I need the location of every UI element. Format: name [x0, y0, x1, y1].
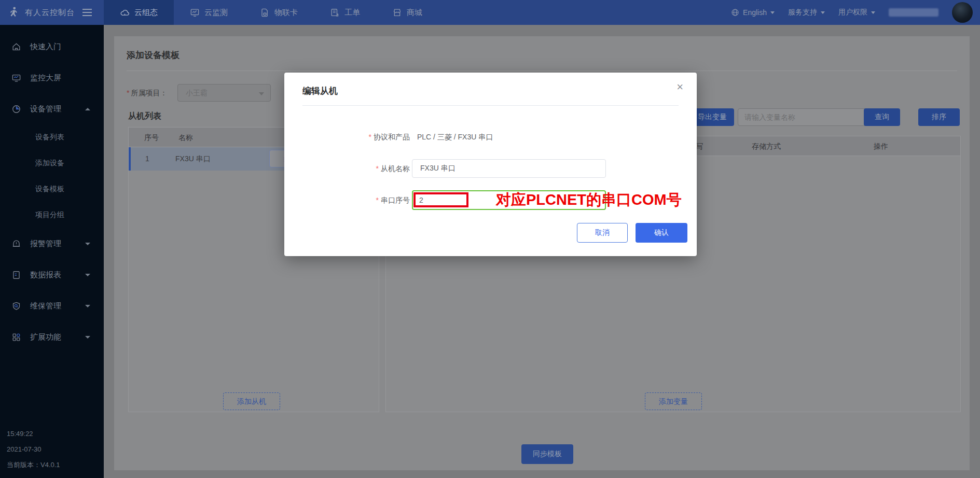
- sidebar-item-label: 设备列表: [35, 133, 64, 142]
- close-icon[interactable]: ×: [677, 81, 683, 93]
- sidebar-item-label: 项目分组: [35, 210, 64, 220]
- home-icon: [11, 42, 21, 52]
- chevron-down-icon: [821, 11, 825, 14]
- cell-index: 1: [145, 147, 149, 171]
- annotation-highlight-rectangle: [413, 192, 468, 207]
- globe-icon: [731, 8, 739, 17]
- permission-dropdown[interactable]: 用户权限: [838, 8, 875, 17]
- sidebar-item-data-report[interactable]: 数据报表: [0, 259, 104, 290]
- slave-name-input[interactable]: [412, 159, 606, 178]
- sidebar-footer: 15:49:22 2021-07-30 当前版本：V4.0.1: [7, 426, 60, 473]
- chevron-down-icon: [85, 336, 90, 339]
- modal-title: 编辑从机: [302, 85, 338, 97]
- sim-card-icon: [260, 8, 270, 18]
- sidebar-item-extended-functions[interactable]: 扩展功能: [0, 321, 104, 353]
- chevron-down-icon: [85, 243, 90, 245]
- sidebar-item-label: 快速入门: [30, 42, 61, 52]
- store-icon: [392, 8, 402, 18]
- column-header-storage: 存储方式: [752, 136, 781, 156]
- protocol-field-label: * 协议和产品: [284, 133, 410, 142]
- version-label: 当前版本：V4.0.1: [7, 457, 60, 473]
- required-asterisk: *: [376, 190, 379, 210]
- primary-nav-tabs: 云组态 云监测 物联卡 工单 商城: [104, 0, 438, 25]
- sidebar-item-alarm-management[interactable]: 报警管理: [0, 228, 104, 259]
- avatar[interactable]: [952, 2, 973, 23]
- chevron-up-icon: [85, 108, 90, 110]
- chevron-down-icon: [85, 274, 90, 276]
- project-field-label: *所属项目：: [127, 84, 167, 102]
- sidebar-item-label: 添加设备: [35, 159, 64, 168]
- chevron-down-icon: [770, 11, 775, 14]
- sidebar-item-label: 设备管理: [30, 104, 61, 114]
- slave-list-title: 从机列表: [128, 111, 161, 122]
- divider: [127, 71, 957, 71]
- current-date: 2021-07-30: [7, 442, 60, 457]
- apps-grid-icon: [11, 332, 21, 342]
- sidebar-item-label: 监控大屏: [30, 73, 61, 83]
- serial-port-field-label: * 串口序号: [284, 190, 410, 210]
- brand: 有人云控制台: [0, 6, 104, 19]
- column-header-actions: 操作: [874, 136, 888, 156]
- current-time: 15:49:22: [7, 426, 60, 442]
- edit-slave-modal: 编辑从机 × * 协议和产品 PLC / 三菱 / FX3U 串口 * 从机名称…: [284, 73, 697, 256]
- sidebar-item-device-management[interactable]: 设备管理: [0, 93, 104, 124]
- tab-label: 云组态: [134, 8, 158, 18]
- top-navigation-bar: 有人云控制台 云组态 云监测 物联卡 工单 商城 English: [0, 0, 980, 25]
- protocol-value: PLC / 三菱 / FX3U 串口: [417, 133, 493, 142]
- sync-template-button[interactable]: 同步模板: [521, 444, 573, 464]
- sidebar-item-maintenance-management[interactable]: 维保管理: [0, 290, 104, 321]
- sidebar-item-label: 报警管理: [30, 239, 61, 249]
- sidebar-item-label: 维保管理: [30, 301, 61, 311]
- tab-label: 工单: [344, 8, 360, 18]
- sidebar-item-monitor-screen[interactable]: 监控大屏: [0, 62, 104, 93]
- slave-name-field-label: * 从机名称: [284, 159, 410, 178]
- sidebar-item-quick-start[interactable]: 快速入门: [0, 31, 104, 62]
- language-dropdown[interactable]: English: [731, 8, 775, 17]
- tab-label: 商城: [407, 8, 422, 18]
- hamburger-menu-icon[interactable]: [82, 9, 92, 16]
- report-document-icon: [11, 270, 21, 280]
- annotation-text: 对应PLCNET的串口COM号: [496, 190, 682, 210]
- query-button[interactable]: 查询: [864, 108, 900, 126]
- project-select[interactable]: 小王霸: [177, 84, 271, 102]
- column-header-name: 名称: [178, 128, 193, 147]
- language-label: English: [743, 8, 767, 17]
- tab-label: 物联卡: [274, 8, 298, 18]
- sidebar-item-device-template[interactable]: 设备模板: [0, 176, 104, 202]
- sidebar: 快速入门 监控大屏 设备管理 设备列表 添加设备 设备模板 项目分组 报警管理 …: [0, 25, 104, 478]
- shield-icon: [11, 301, 21, 311]
- required-asterisk: *: [369, 133, 371, 142]
- sidebar-item-label: 设备模板: [35, 185, 64, 194]
- tab-cloud-monitor[interactable]: 云监测: [174, 0, 244, 25]
- tab-mall[interactable]: 商城: [376, 0, 438, 25]
- chevron-down-icon: [259, 92, 264, 95]
- cell-name: FX3U 串口: [175, 147, 211, 171]
- cloud-icon: [120, 8, 130, 18]
- tab-work-order[interactable]: 工单: [314, 0, 376, 25]
- username-blurred: [889, 8, 938, 17]
- divider: [302, 105, 679, 106]
- tab-cloud-scada[interactable]: 云组态: [104, 0, 174, 25]
- cancel-button[interactable]: 取消: [577, 223, 628, 243]
- big-screen-icon: [11, 73, 21, 83]
- chevron-down-icon: [871, 11, 875, 14]
- column-header-readwrite: 写: [696, 136, 703, 156]
- support-label: 服务支持: [788, 8, 817, 17]
- confirm-button[interactable]: 确认: [636, 223, 687, 243]
- sidebar-item-device-list[interactable]: 设备列表: [0, 124, 104, 150]
- sidebar-item-add-device[interactable]: 添加设备: [0, 150, 104, 176]
- support-dropdown[interactable]: 服务支持: [788, 8, 825, 17]
- alarm-bell-icon: [11, 239, 21, 249]
- sidebar-item-project-group[interactable]: 项目分组: [0, 202, 104, 228]
- add-slave-button[interactable]: 添加从机: [223, 392, 280, 410]
- tab-iot-sim[interactable]: 物联卡: [244, 0, 314, 25]
- variable-search-input[interactable]: [738, 108, 867, 126]
- export-variables-button[interactable]: 导出变量: [691, 108, 734, 126]
- project-select-value: 小王霸: [186, 89, 208, 97]
- sort-button[interactable]: 排序: [918, 108, 960, 126]
- page-title: 添加设备模板: [127, 49, 180, 61]
- monitor-chart-icon: [190, 8, 200, 18]
- add-variable-button[interactable]: 添加变量: [645, 392, 702, 410]
- sidebar-item-label: 扩展功能: [30, 332, 61, 342]
- chevron-down-icon: [85, 305, 90, 307]
